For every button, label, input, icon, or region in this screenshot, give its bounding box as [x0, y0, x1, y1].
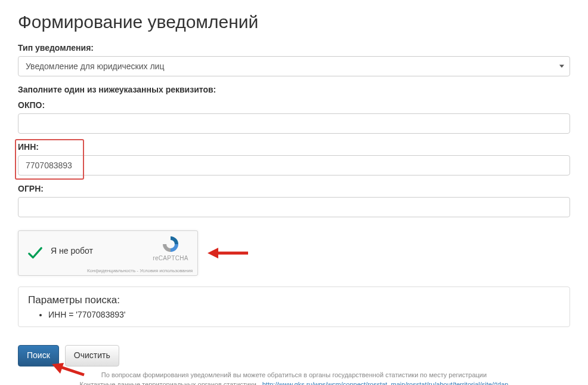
- annotation-arrow-search-icon: [51, 362, 85, 380]
- okpo-label: ОКПО:: [18, 100, 570, 110]
- okpo-input[interactable]: [18, 113, 570, 134]
- footer-text: По вопросам формирования уведомлений вы …: [18, 370, 570, 385]
- subheader: Заполните один из нижеуказанных реквизит…: [18, 85, 570, 94]
- annotation-arrow-captcha-icon: [208, 245, 249, 261]
- recaptcha-checkmark-icon: [27, 245, 44, 261]
- search-params-panel: Параметры поиска: ИНН = '7707083893': [18, 287, 570, 327]
- search-param-item: ИНН = '7707083893': [48, 310, 560, 319]
- footer-link[interactable]: http://www.gks.ru/wps/wcm/connect/rossta…: [262, 381, 509, 385]
- svg-line-3: [59, 366, 84, 375]
- type-label: Тип уведомления:: [18, 43, 570, 53]
- ogrn-label: ОГРН:: [18, 184, 570, 193]
- type-select[interactable]: Уведомление для юридических лиц: [18, 56, 570, 76]
- page-title: Формирование уведомлений: [18, 12, 570, 32]
- svg-marker-4: [52, 363, 64, 374]
- ogrn-input[interactable]: [18, 197, 570, 217]
- recaptcha-footer: Конфиденциальность - Условия использован…: [87, 268, 193, 273]
- inn-label: ИНН:: [18, 142, 570, 152]
- recaptcha-brand-area: reCAPTCHA: [150, 235, 191, 261]
- recaptcha-label: Я не робот: [51, 246, 93, 255]
- search-params-title: Параметры поиска:: [28, 294, 560, 306]
- recaptcha-logo-icon: [161, 235, 180, 254]
- inn-input[interactable]: [18, 155, 570, 175]
- recaptcha-widget[interactable]: Я не робот reCAPTCHA Конфиденциальность …: [18, 230, 198, 276]
- svg-marker-2: [208, 248, 218, 258]
- recaptcha-brand-text: reCAPTCHA: [150, 255, 191, 261]
